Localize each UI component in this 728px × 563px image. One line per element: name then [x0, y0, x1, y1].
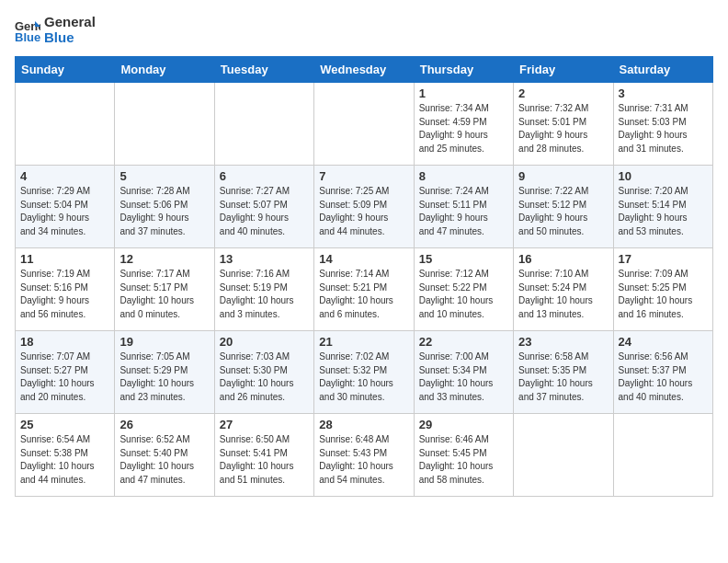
- day-info: Sunrise: 7:25 AM Sunset: 5:09 PM Dayligh…: [319, 185, 408, 238]
- calendar-cell: [613, 414, 712, 497]
- day-info: Sunrise: 6:52 AM Sunset: 5:40 PM Dayligh…: [119, 433, 209, 487]
- day-number: 5: [119, 169, 209, 183]
- day-info: Sunrise: 7:29 AM Sunset: 5:04 PM Dayligh…: [20, 185, 109, 238]
- calendar-cell: 14Sunrise: 7:14 AM Sunset: 5:21 PM Dayli…: [314, 248, 414, 331]
- day-number: 18: [20, 335, 109, 349]
- day-info: Sunrise: 7:28 AM Sunset: 5:06 PM Dayligh…: [119, 185, 209, 238]
- logo-general: General: [44, 15, 96, 30]
- day-number: 2: [518, 86, 608, 100]
- day-info: Sunrise: 7:12 AM Sunset: 5:22 PM Dayligh…: [419, 268, 508, 321]
- calendar-cell: 25Sunrise: 6:54 AM Sunset: 5:38 PM Dayli…: [16, 414, 115, 497]
- day-info: Sunrise: 7:27 AM Sunset: 5:07 PM Dayligh…: [220, 185, 309, 238]
- day-info: Sunrise: 7:32 AM Sunset: 5:01 PM Dayligh…: [518, 102, 608, 155]
- calendar-cell: 5Sunrise: 7:28 AM Sunset: 5:06 PM Daylig…: [115, 166, 214, 248]
- day-number: 26: [119, 418, 209, 431]
- calendar-cell: 12Sunrise: 7:17 AM Sunset: 5:17 PM Dayli…: [115, 248, 214, 331]
- day-info: Sunrise: 7:07 AM Sunset: 5:27 PM Dayligh…: [20, 350, 109, 404]
- day-number: 27: [220, 418, 309, 431]
- day-info: Sunrise: 7:34 AM Sunset: 4:59 PM Dayligh…: [419, 102, 508, 155]
- day-number: 4: [20, 169, 109, 183]
- day-info: Sunrise: 7:05 AM Sunset: 5:29 PM Dayligh…: [119, 350, 209, 404]
- day-number: 20: [220, 335, 309, 349]
- calendar-cell: [214, 83, 313, 166]
- col-header-wednesday: Wednesday: [314, 57, 414, 83]
- calendar-cell: 20Sunrise: 7:03 AM Sunset: 5:30 PM Dayli…: [214, 331, 313, 414]
- day-number: 16: [518, 252, 608, 266]
- day-number: 25: [20, 418, 109, 431]
- day-number: 9: [518, 169, 608, 183]
- calendar-cell: 29Sunrise: 6:46 AM Sunset: 5:45 PM Dayli…: [414, 414, 513, 497]
- day-info: Sunrise: 6:46 AM Sunset: 5:45 PM Dayligh…: [419, 433, 508, 487]
- day-number: 7: [319, 169, 408, 183]
- header: General Blue General Blue: [15, 15, 713, 45]
- calendar-table: SundayMondayTuesdayWednesdayThursdayFrid…: [15, 56, 713, 497]
- calendar-cell: 18Sunrise: 7:07 AM Sunset: 5:27 PM Dayli…: [16, 331, 115, 414]
- day-number: 21: [319, 335, 408, 349]
- calendar-cell: 13Sunrise: 7:16 AM Sunset: 5:19 PM Dayli…: [214, 248, 313, 331]
- day-info: Sunrise: 7:10 AM Sunset: 5:24 PM Dayligh…: [518, 268, 608, 321]
- day-info: Sunrise: 7:22 AM Sunset: 5:12 PM Dayligh…: [518, 185, 608, 238]
- day-info: Sunrise: 7:16 AM Sunset: 5:19 PM Dayligh…: [220, 268, 309, 321]
- calendar-cell: 22Sunrise: 7:00 AM Sunset: 5:34 PM Dayli…: [414, 331, 513, 414]
- day-info: Sunrise: 7:24 AM Sunset: 5:11 PM Dayligh…: [419, 185, 508, 238]
- calendar-cell: 28Sunrise: 6:48 AM Sunset: 5:43 PM Dayli…: [314, 414, 414, 497]
- day-number: 13: [220, 252, 309, 266]
- calendar-cell: 2Sunrise: 7:32 AM Sunset: 5:01 PM Daylig…: [514, 83, 613, 166]
- day-info: Sunrise: 7:20 AM Sunset: 5:14 PM Dayligh…: [619, 185, 708, 238]
- day-info: Sunrise: 7:02 AM Sunset: 5:32 PM Dayligh…: [319, 350, 408, 404]
- day-info: Sunrise: 7:17 AM Sunset: 5:17 PM Dayligh…: [119, 268, 209, 321]
- calendar-cell: 17Sunrise: 7:09 AM Sunset: 5:25 PM Dayli…: [613, 248, 712, 331]
- day-info: Sunrise: 6:50 AM Sunset: 5:41 PM Dayligh…: [220, 433, 309, 487]
- calendar-cell: 9Sunrise: 7:22 AM Sunset: 5:12 PM Daylig…: [514, 166, 613, 248]
- calendar-cell: 21Sunrise: 7:02 AM Sunset: 5:32 PM Dayli…: [314, 331, 414, 414]
- day-number: 11: [20, 252, 109, 266]
- day-info: Sunrise: 7:03 AM Sunset: 5:30 PM Dayligh…: [220, 350, 309, 404]
- day-number: 29: [419, 418, 508, 431]
- calendar-cell: 11Sunrise: 7:19 AM Sunset: 5:16 PM Dayli…: [16, 248, 115, 331]
- day-number: 15: [419, 252, 508, 266]
- calendar-cell: 24Sunrise: 6:56 AM Sunset: 5:37 PM Dayli…: [613, 331, 712, 414]
- col-header-saturday: Saturday: [613, 57, 712, 83]
- day-info: Sunrise: 7:19 AM Sunset: 5:16 PM Dayligh…: [20, 268, 109, 321]
- day-info: Sunrise: 7:14 AM Sunset: 5:21 PM Dayligh…: [319, 268, 408, 321]
- calendar-cell: 27Sunrise: 6:50 AM Sunset: 5:41 PM Dayli…: [214, 414, 313, 497]
- day-number: 10: [619, 169, 708, 183]
- calendar-cell: 10Sunrise: 7:20 AM Sunset: 5:14 PM Dayli…: [613, 166, 712, 248]
- day-number: 14: [319, 252, 408, 266]
- calendar-cell: 15Sunrise: 7:12 AM Sunset: 5:22 PM Dayli…: [414, 248, 513, 331]
- day-number: 6: [220, 169, 309, 183]
- col-header-sunday: Sunday: [16, 57, 115, 83]
- calendar-cell: [514, 414, 613, 497]
- calendar-cell: 4Sunrise: 7:29 AM Sunset: 5:04 PM Daylig…: [16, 166, 115, 248]
- calendar-cell: 3Sunrise: 7:31 AM Sunset: 5:03 PM Daylig…: [613, 83, 712, 166]
- day-number: 3: [619, 86, 708, 100]
- col-header-friday: Friday: [514, 57, 613, 83]
- calendar-cell: [16, 83, 115, 166]
- calendar-cell: [314, 83, 414, 166]
- col-header-tuesday: Tuesday: [214, 57, 313, 83]
- day-number: 23: [518, 335, 608, 349]
- day-number: 17: [619, 252, 708, 266]
- day-number: 19: [119, 335, 209, 349]
- day-info: Sunrise: 6:54 AM Sunset: 5:38 PM Dayligh…: [20, 433, 109, 487]
- calendar-cell: [115, 83, 214, 166]
- day-info: Sunrise: 6:56 AM Sunset: 5:37 PM Dayligh…: [619, 350, 708, 404]
- logo-blue: Blue: [44, 30, 96, 46]
- logo: General Blue General Blue: [15, 15, 96, 45]
- day-number: 28: [319, 418, 408, 431]
- day-number: 8: [419, 169, 508, 183]
- calendar-cell: 6Sunrise: 7:27 AM Sunset: 5:07 PM Daylig…: [214, 166, 313, 248]
- svg-text:Blue: Blue: [15, 30, 40, 43]
- day-info: Sunrise: 7:00 AM Sunset: 5:34 PM Dayligh…: [419, 350, 508, 404]
- calendar-cell: 26Sunrise: 6:52 AM Sunset: 5:40 PM Dayli…: [115, 414, 214, 497]
- day-number: 24: [619, 335, 708, 349]
- col-header-monday: Monday: [115, 57, 214, 83]
- day-info: Sunrise: 6:58 AM Sunset: 5:35 PM Dayligh…: [518, 350, 608, 404]
- day-number: 1: [419, 86, 508, 100]
- day-info: Sunrise: 7:31 AM Sunset: 5:03 PM Dayligh…: [619, 102, 708, 155]
- calendar-cell: 1Sunrise: 7:34 AM Sunset: 4:59 PM Daylig…: [414, 83, 513, 166]
- calendar-cell: 7Sunrise: 7:25 AM Sunset: 5:09 PM Daylig…: [314, 166, 414, 248]
- day-info: Sunrise: 6:48 AM Sunset: 5:43 PM Dayligh…: [319, 433, 408, 487]
- calendar-cell: 23Sunrise: 6:58 AM Sunset: 5:35 PM Dayli…: [514, 331, 613, 414]
- logo-icon: General Blue: [15, 17, 40, 43]
